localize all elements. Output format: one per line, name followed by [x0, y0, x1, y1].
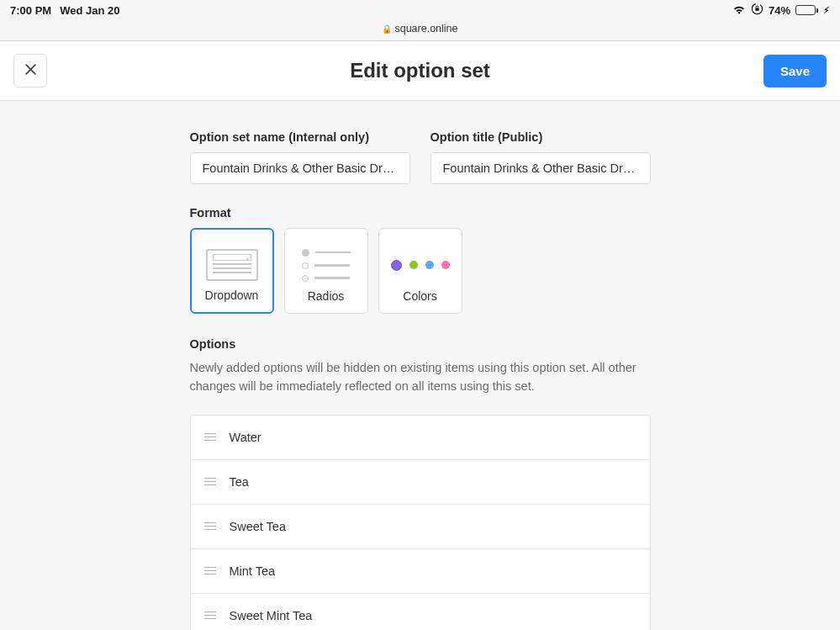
wifi-icon [732, 5, 746, 15]
close-button[interactable] [13, 54, 47, 87]
app-header: Edit option set Save [0, 41, 840, 101]
option-row[interactable]: Sweet Mint Tea [191, 594, 650, 631]
option-text: Sweet Mint Tea [230, 609, 313, 622]
options-label: Options [190, 337, 651, 351]
drag-handle-icon[interactable] [204, 567, 216, 574]
format-option-radios[interactable]: Radios [284, 228, 368, 314]
drag-handle-icon[interactable] [204, 478, 216, 485]
drag-handle-icon[interactable] [204, 611, 216, 619]
svg-rect-1 [755, 8, 758, 11]
dropdown-icon: ▾ [192, 241, 272, 289]
page-title: Edit option set [350, 59, 490, 82]
format-option-colors[interactable]: Colors [378, 228, 462, 314]
format-option-label: Colors [403, 289, 436, 313]
option-title-input[interactable] [431, 152, 651, 184]
options-list: Water Tea Sweet Tea Mint Tea Sweet Mint … [190, 415, 651, 631]
device-status-bar: 7:00 PM Wed Jan 20 74% ⚡︎ [0, 0, 840, 19]
option-set-name-input[interactable] [190, 152, 410, 184]
option-text: Mint Tea [230, 564, 276, 578]
format-label: Format [190, 206, 651, 220]
radios-icon [285, 241, 367, 289]
lock-icon: 🔒 [382, 24, 392, 34]
options-description: Newly added options will be hidden on ex… [190, 359, 651, 396]
colors-icon [379, 241, 462, 289]
option-title-label: Option title (Public) [431, 130, 651, 144]
format-selector: ▾ Dropdown Radios [190, 228, 651, 314]
format-option-label: Dropdown [205, 289, 259, 312]
format-option-dropdown[interactable]: ▾ Dropdown [190, 228, 274, 314]
option-text: Tea [230, 475, 249, 489]
format-option-label: Radios [308, 289, 345, 313]
option-row[interactable]: Sweet Tea [191, 505, 650, 549]
charging-icon: ⚡︎ [823, 5, 830, 16]
option-set-name-label: Option set name (Internal only) [190, 130, 410, 144]
orientation-lock-icon [751, 3, 763, 18]
browser-url: square.online [394, 23, 457, 34]
status-time: 7:00 PM [10, 4, 51, 17]
main-content: Option set name (Internal only) Option t… [190, 130, 651, 630]
browser-url-bar[interactable]: 🔒square.online [0, 19, 840, 41]
option-row[interactable]: Mint Tea [191, 549, 650, 594]
battery-percent: 74% [769, 4, 790, 17]
status-date: Wed Jan 20 [60, 4, 119, 17]
drag-handle-icon[interactable] [204, 433, 216, 441]
option-text: Sweet Tea [230, 520, 286, 533]
save-button[interactable]: Save [763, 55, 827, 87]
option-text: Water [230, 431, 262, 444]
close-icon [24, 62, 38, 80]
drag-handle-icon[interactable] [204, 522, 216, 530]
battery-icon [795, 5, 818, 15]
option-row[interactable]: Water [191, 416, 650, 460]
option-row[interactable]: Tea [191, 460, 650, 505]
